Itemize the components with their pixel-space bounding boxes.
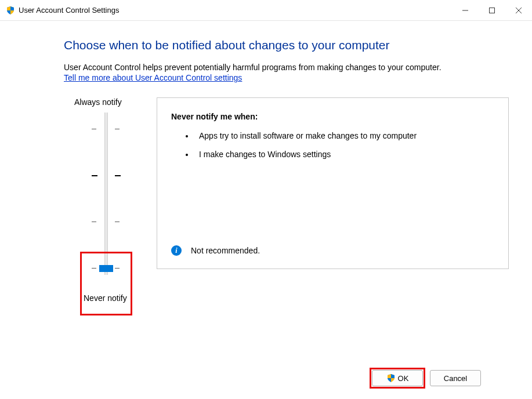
info-icon: i (171, 245, 182, 256)
slider-column: Always notify Never notify (64, 97, 157, 281)
slider-top-label: Always notify (64, 97, 157, 107)
ok-button-label: OK (398, 374, 409, 383)
page-description: User Account Control helps prevent poten… (64, 63, 509, 72)
ok-button[interactable]: OK (372, 370, 423, 386)
slider-track-area: Never notify (70, 113, 157, 281)
uac-shield-icon (386, 373, 396, 383)
minimize-button[interactable] (452, 0, 479, 21)
cancel-button-label: Cancel (444, 374, 467, 383)
maximize-button[interactable] (479, 0, 505, 21)
info-panel: Never notify me when: Apps try to instal… (157, 97, 509, 269)
content-area: Choose when to be notified about changes… (0, 21, 532, 281)
uac-shield-icon (6, 6, 15, 15)
help-link[interactable]: Tell me more about User Account Control … (64, 73, 242, 82)
info-bullet: Apps try to install software or make cha… (194, 130, 494, 142)
cancel-button[interactable]: Cancel (430, 370, 481, 386)
info-bullet: I make changes to Windows settings (194, 149, 494, 161)
info-panel-title: Never notify me when: (171, 112, 494, 121)
page-heading: Choose when to be notified about changes… (64, 38, 509, 52)
close-button[interactable] (505, 0, 532, 21)
slider-track[interactable] (104, 113, 108, 275)
slider-bottom-label: Never notify (84, 293, 127, 303)
svg-rect-1 (490, 8, 495, 13)
titlebar: User Account Control Settings (0, 0, 532, 21)
highlight-slider-bottom (80, 252, 132, 315)
window-title: User Account Control Settings (15, 6, 452, 14)
info-panel-footer: i Not recommended. (171, 245, 260, 256)
info-panel-list: Apps try to install software or make cha… (171, 130, 494, 160)
info-footer-text: Not recommended. (191, 246, 260, 255)
footer-buttons: OK Cancel (372, 370, 481, 386)
